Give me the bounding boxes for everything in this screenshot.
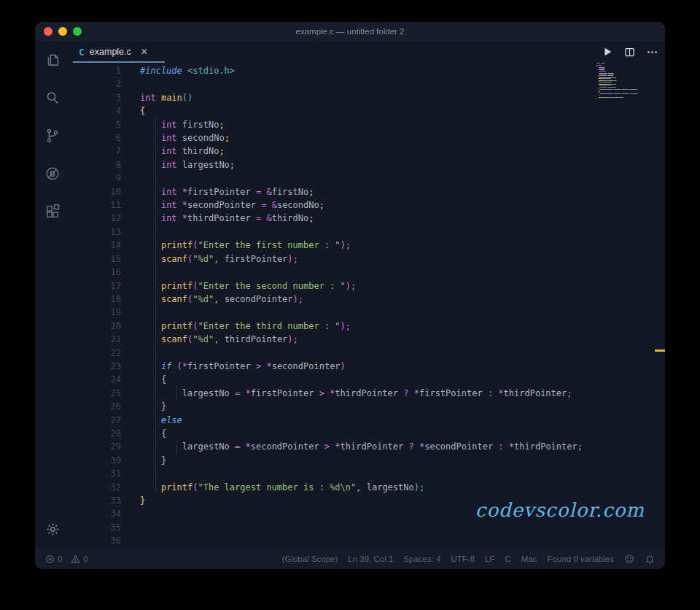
line-number: 1 <box>70 64 121 77</box>
code-token: int <box>161 133 177 143</box>
code-token <box>177 213 182 223</box>
line-number: 21 <box>70 333 121 346</box>
explorer-icon[interactable] <box>35 41 70 79</box>
status-bar: 0 0 (Global Scope)Ln 39, Col 1Spaces: 4U… <box>35 549 665 569</box>
code-line: int thirdNo; <box>140 144 665 158</box>
status-item[interactable]: Ln 39, Col 1 <box>348 555 393 563</box>
line-number: 27 <box>70 414 121 427</box>
code-token: firstPointer <box>419 388 488 398</box>
activity-bar <box>35 41 70 549</box>
code-token <box>140 321 161 331</box>
code-token: ( <box>192 281 198 291</box>
code-line <box>140 467 665 480</box>
code-token: printf <box>161 240 192 250</box>
code-token: ); <box>414 482 424 493</box>
code-token <box>140 133 161 143</box>
code-token: %d <box>198 294 209 304</box>
line-number: 17 <box>70 279 121 293</box>
code-line: { <box>140 373 665 386</box>
code-token: firstPointer <box>187 187 256 197</box>
code-editor[interactable]: 1234567891011121314151617181920212223242… <box>70 63 665 549</box>
search-icon[interactable] <box>35 79 70 117</box>
code-token: } <box>140 495 145 506</box>
minimap-line <box>596 89 639 90</box>
code-token: secondNo <box>277 200 319 210</box>
code-token: secondNo <box>177 133 225 143</box>
code-token: main <box>161 93 182 103</box>
code-token: : * <box>498 441 514 452</box>
status-item[interactable]: Mac <box>521 555 537 563</box>
code-token: ? * <box>409 441 425 452</box>
c-language-icon: C <box>79 47 85 58</box>
line-number: 7 <box>70 144 121 158</box>
code-token: { <box>140 428 166 439</box>
code-token: * <box>182 187 187 197</box>
split-editor-icon[interactable] <box>624 47 635 58</box>
notifications-bell-icon[interactable] <box>645 554 655 564</box>
problems-indicator[interactable]: 0 0 <box>45 555 88 564</box>
line-number: 6 <box>70 131 121 144</box>
code-token: ; <box>225 133 230 143</box>
line-number: 8 <box>70 158 121 171</box>
tab-bar: C example.c ✕ <box>70 41 665 63</box>
line-number: 36 <box>70 534 121 547</box>
more-actions-icon[interactable] <box>647 47 658 58</box>
status-item[interactable]: Spaces: 4 <box>403 555 440 563</box>
code-token: > * <box>319 388 335 398</box>
code-token: (* <box>177 361 187 371</box>
code-token: * <box>182 213 187 223</box>
line-number: 31 <box>70 467 121 480</box>
code-token: int <box>161 120 177 130</box>
extensions-icon[interactable] <box>35 193 70 231</box>
tab-example-c[interactable]: C example.c ✕ <box>73 41 165 63</box>
line-number: 34 <box>70 507 121 520</box>
code-token: thirdPointer <box>504 388 567 398</box>
line-number: 2 <box>70 77 121 90</box>
line-number: 25 <box>70 387 121 400</box>
status-item[interactable]: C <box>505 555 511 563</box>
status-item[interactable]: (Global Scope) <box>282 555 338 563</box>
run-debug-icon[interactable] <box>35 155 70 193</box>
minimap-line <box>596 93 639 95</box>
code-token: firstPointer <box>187 361 256 371</box>
code-token <box>140 200 161 210</box>
code-token: largestNo <box>177 160 230 170</box>
code-line: int largestNo; <box>140 158 665 171</box>
code-token: ; <box>230 160 235 170</box>
code-token: ? * <box>403 388 419 398</box>
code-token: : * <box>488 388 504 398</box>
line-number: 30 <box>70 454 121 467</box>
code-token: thirdPointer <box>341 441 409 452</box>
line-number: 26 <box>70 400 121 413</box>
tab-close-icon[interactable]: ✕ <box>141 47 148 57</box>
status-item[interactable]: UTF-8 <box>451 555 475 563</box>
code-token: " <box>192 254 198 264</box>
line-number: 12 <box>70 212 121 225</box>
code-token: firstPointer <box>251 388 319 398</box>
status-item[interactable]: LF <box>485 555 494 563</box>
line-number: 15 <box>70 252 121 266</box>
code-line: #include <stdio.h> <box>140 64 665 77</box>
run-button[interactable] <box>602 47 612 57</box>
line-number: 19 <box>70 306 121 319</box>
line-number: 16 <box>70 266 121 279</box>
code-token: thirdPointer <box>514 441 578 452</box>
code-token <box>140 415 161 425</box>
code-line: int *firstPointer = &firstNo; <box>140 185 665 198</box>
code-token: " <box>192 294 198 304</box>
source-control-icon[interactable] <box>35 117 70 155</box>
feedback-smiley-icon[interactable] <box>624 554 634 564</box>
code-token <box>140 361 161 371</box>
code-token: printf <box>161 281 192 291</box>
overview-ruler-cursor-marker <box>655 350 665 352</box>
code-token: ); <box>287 254 298 264</box>
code-token <box>140 281 161 291</box>
code-token: secondPointer <box>272 361 341 371</box>
line-number: 23 <box>70 360 121 373</box>
warning-count: 0 <box>83 555 88 563</box>
code-token: ; <box>219 120 224 130</box>
status-item[interactable]: Found 0 variables <box>548 555 614 563</box>
minimap[interactable] <box>596 63 639 104</box>
code-token: <stdio.h> <box>187 66 235 76</box>
settings-gear-icon[interactable] <box>35 522 70 537</box>
